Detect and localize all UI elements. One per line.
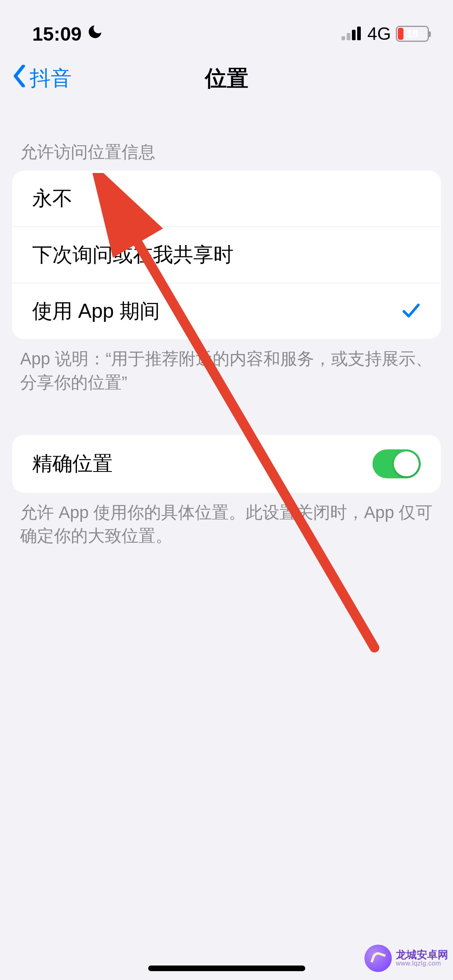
watermark-title: 龙城安卓网 — [396, 949, 448, 960]
svg-rect-1 — [347, 33, 350, 40]
status-left: 15:09 — [32, 23, 103, 45]
location-access-group: 永不 下次询问或在我共享时 使用 App 期间 — [12, 171, 441, 339]
battery-indicator: 18 — [396, 26, 429, 42]
watermark: 龙城安卓网 www.lqzlg.com — [364, 945, 448, 972]
spacer — [0, 395, 453, 435]
precise-location-group: 精确位置 — [12, 435, 441, 493]
svg-rect-3 — [357, 27, 361, 40]
home-indicator[interactable] — [148, 966, 305, 971]
status-right: 4G 18 — [341, 24, 429, 44]
precise-location-switch[interactable] — [372, 449, 421, 478]
precise-location-label: 精确位置 — [32, 450, 113, 477]
switch-thumb — [394, 451, 419, 476]
option-label: 永不 — [32, 185, 72, 212]
chevron-left-icon — [12, 65, 27, 92]
option-while-using[interactable]: 使用 App 期间 — [12, 283, 441, 339]
battery-percent: 18 — [397, 28, 428, 40]
option-ask-next-time[interactable]: 下次询问或在我共享时 — [12, 226, 441, 283]
network-type-label: 4G — [367, 24, 391, 44]
location-access-header: 允许访问位置信息 — [0, 105, 453, 171]
navigation-bar: 抖音 位置 — [0, 52, 453, 105]
page-title: 位置 — [205, 64, 248, 93]
watermark-text: 龙城安卓网 www.lqzlg.com — [396, 949, 448, 967]
checkmark-icon — [401, 301, 421, 322]
cellular-signal-icon — [341, 26, 362, 42]
option-label: 下次询问或在我共享时 — [32, 241, 234, 268]
do-not-disturb-icon — [87, 23, 103, 44]
svg-rect-2 — [352, 30, 356, 40]
svg-rect-0 — [341, 36, 345, 40]
option-never[interactable]: 永不 — [12, 171, 441, 226]
option-label: 使用 App 期间 — [32, 298, 160, 325]
back-button[interactable]: 抖音 — [12, 64, 72, 93]
status-bar: 15:09 4G 18 — [0, 0, 453, 52]
watermark-logo-icon — [364, 945, 392, 972]
precise-location-row[interactable]: 精确位置 — [12, 435, 441, 493]
back-label: 抖音 — [30, 64, 72, 93]
watermark-subtitle: www.lqzlg.com — [396, 960, 448, 967]
status-time: 15:09 — [32, 23, 82, 45]
precise-location-footer: 允许 App 使用你的具体位置。此设置关闭时，App 仅可确定你的大致位置。 — [0, 493, 453, 548]
location-access-footer: App 说明：“用于推荐附近的内容和服务，或支持展示、分享你的位置” — [0, 339, 453, 395]
